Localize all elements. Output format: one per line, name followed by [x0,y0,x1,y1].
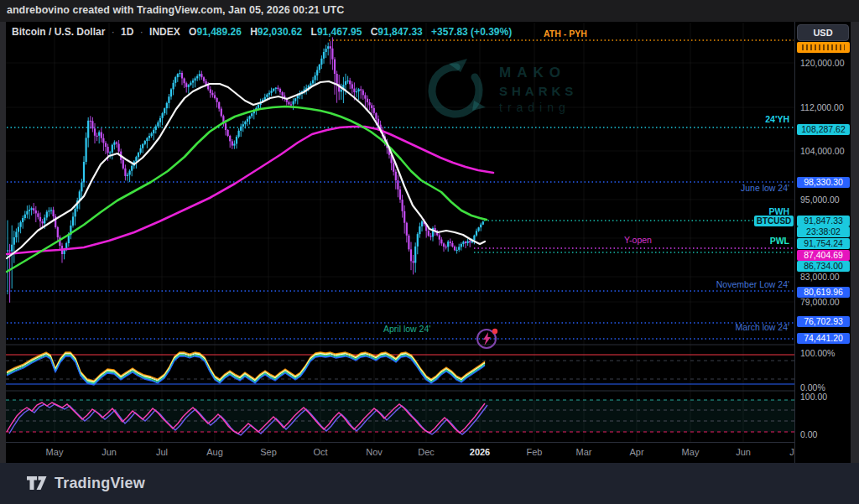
exchange-label: INDEX [149,26,180,38]
time-tick: Aug [206,447,223,457]
time-tick: Jun [736,447,751,457]
attribution-bar: andrebovino created with TradingView.com… [0,0,859,22]
time-tick: May [682,447,700,457]
interval-label[interactable]: 1D [121,26,133,38]
high-value: 92,030.62 [258,26,302,38]
lightning-events-icon[interactable] [475,325,500,354]
symbol-title[interactable]: Bitcoin / U.S. Dollar [12,26,105,38]
symbol-legend[interactable]: Bitcoin / U.S. Dollar · 1D · INDEX O91,4… [12,26,512,38]
time-tick: Dec [418,447,435,457]
price-tick: 83,000.00 [800,272,840,282]
pwl-price-label: 91,754.24 [797,238,850,249]
attribution-text: andrebovino created with TradingView.com… [0,0,859,21]
footer-bar: TradingView [0,463,859,504]
price-tick: 100.00 [800,392,827,402]
time-tick: 2026 [470,447,490,457]
april-low-price-label: 74,441.20 [797,333,850,344]
chart-plot-area [6,23,794,442]
price-axis[interactable]: USD 120,000.00112,000.00104,000.0095,000… [794,22,851,463]
year-open-price-label: 87,404.69 [797,250,850,261]
price-tick: 95,000.00 [800,195,840,205]
time-tick: Apr [629,447,643,457]
tradingview-logo[interactable]: TradingView [25,473,145,493]
price-tick: 0.00 [800,429,817,439]
price-tick: 79,000.00 [800,297,840,307]
time-tick: Jul [156,447,168,457]
symbol-axis-tag: BTCUSD [754,216,794,226]
chart-workspace: MAKO SHARKS trading Bitcoin / U.S. Dolla… [0,22,859,463]
legend-separator: · [140,26,143,38]
ath-price-label [797,42,850,53]
last-price-label: 91,847.33 [797,216,850,226]
price-tick: 112,000.00 [800,102,844,112]
tradingview-brand-text: TradingView [55,475,145,492]
open-value: 91,489.26 [196,26,241,38]
low-key: L [311,26,317,38]
high-key: H [250,26,258,38]
tradingview-window: andrebovino created with TradingView.com… [0,0,859,504]
bar-countdown-label: 23:38:02 [797,226,850,237]
tradingview-logo-icon [25,473,48,493]
low-value: 91,467.95 [317,26,362,38]
change-value: +357.83 (+0.39%) [431,26,512,38]
right-edge-strip [851,22,859,463]
prior-low-price-label: 86,734.00 [797,261,850,272]
time-axis[interactable]: MayJunJulAugSepOctNovDec2026FebMarAprMay… [0,442,859,463]
legend-separator: · [112,26,115,38]
time-tick: Oct [313,447,327,457]
time-tick: Nov [366,447,383,457]
currency-toggle-button[interactable]: USD [797,24,849,41]
chart-canvas[interactable] [0,22,859,463]
time-tick: Feb [527,447,543,457]
left-edge-strip [0,22,6,463]
price-tick: 104,000.00 [800,146,845,156]
price-tick: 120,000.00 [800,58,845,68]
november-low-price-label: 80,619.96 [797,287,850,298]
march-low-price-label: 76,702.93 [797,316,850,327]
time-tick: Sep [260,447,277,457]
time-tick: Mar [576,447,592,457]
ma-fast-white[interactable] [7,81,485,258]
candles[interactable] [7,37,484,302]
june-low-price-label: 98,330.30 [797,177,850,188]
close-value: 91,847.33 [377,26,422,38]
time-tick: Jun [102,447,117,457]
price-tick: 100.00% [800,348,835,358]
year-high-24-label: 108,287.62 [797,124,850,135]
time-tick: May [46,447,64,457]
